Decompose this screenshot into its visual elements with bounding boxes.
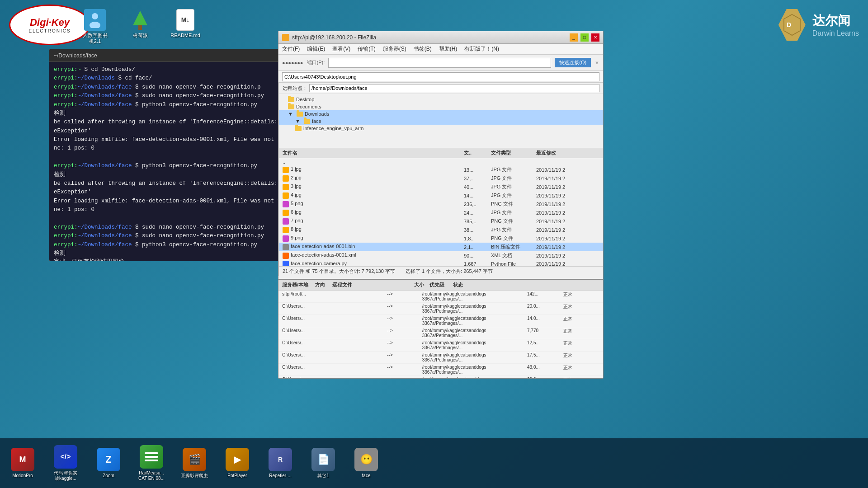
fz-menu-transfer[interactable]: 传输(T) <box>358 45 375 53</box>
fz-menu-view[interactable]: 查看(V) <box>332 45 350 53</box>
fz-quickconnect-button[interactable]: 快速连接(Q) <box>555 58 591 67</box>
fz-size-cam: 1,667 <box>464 261 491 266</box>
jpg-icon-4 <box>283 192 289 199</box>
fz-remote-panel: 远程站点： Desktop Documents ▼ Do <box>278 83 603 276</box>
fz-file-row-7[interactable]: 7.png 785,.. PNG 文件 2019/11/19 2 <box>279 217 603 225</box>
desktop-icon-tree[interactable]: 树莓派 <box>122 9 158 38</box>
fz-menu-help[interactable]: 帮助(H) <box>439 45 458 53</box>
desktop-icon-person[interactable]: 人数字图书机2.1 <box>77 9 113 44</box>
fz-type-bin: BIN 压缩文件 <box>491 244 536 250</box>
fz-tr-status-4: 正常 <box>563 340 599 350</box>
fz-menu-bookmarks[interactable]: 书签(B) <box>414 45 432 53</box>
taskbar-other[interactable]: 📄 其它1 <box>305 448 341 479</box>
fz-transfer-row-5[interactable]: C:\Users\... --> /root/tommy/kagglecatsa… <box>278 352 603 364</box>
fz-tr-size-3: 7,770 <box>527 328 563 338</box>
fz-tr-local-6: C:\Users\... <box>282 365 387 375</box>
fz-menu-file[interactable]: 文件(F) <box>282 45 300 53</box>
fz-menu-server[interactable]: 服务器(S) <box>383 45 406 53</box>
fz-type-cam: Python File <box>491 261 536 266</box>
fz-filename-cam: face-detection-camera.py <box>283 261 464 266</box>
face-expand-icon: ▼ <box>295 118 300 124</box>
fz-tr-dir-0: --> <box>387 291 422 301</box>
fz-tree-label-desktop: Desktop <box>296 97 314 102</box>
fz-maximize-button[interactable]: □ <box>580 33 589 42</box>
fz-minimize-button[interactable]: _ <box>570 33 578 42</box>
pot-symbol: ▶ <box>234 454 241 465</box>
fz-file-row-bin[interactable]: face-detection-adas-0001.bin 2,1.. BIN 压… <box>279 243 603 251</box>
fz-file-row-3[interactable]: 3.jpg 40,.. JPG 文件 2019/11/19 2 <box>279 183 603 191</box>
fz-transfer-header-label: 服务器/本地 方向 远程文件 大小 优先级 状态 <box>282 282 463 287</box>
taskbar-motionpro[interactable]: M MotionPro <box>5 448 41 479</box>
taskbar-motionpro-label: MotionPro <box>12 473 33 479</box>
fz-window-controls: _ □ ✕ <box>570 33 599 42</box>
fz-tree-inference[interactable]: inference_engine_vpu_arm <box>279 125 603 132</box>
taskbar-code[interactable]: </> 代码·帮你实战kaggle... <box>47 445 84 481</box>
taskbar-pot[interactable]: ▶ PotPlayer <box>219 448 255 479</box>
fz-date-4: 2019/11/19 2 <box>536 193 599 198</box>
fz-transfer-row-4[interactable]: C:\Users\... --> /root/tommy/kagglecatsa… <box>278 339 603 352</box>
fz-transfer-row-7[interactable]: C:\Users\... --> /root/tommy/kagglecatsa… <box>278 376 603 379</box>
fz-port-input[interactable] <box>328 58 551 68</box>
fz-titlebar: sftp://pi@192.168.200.20 - FileZilla _ □… <box>278 31 603 44</box>
fz-local-path-input[interactable] <box>282 72 599 81</box>
fz-transfer-row-1[interactable]: C:\Users\... --> /root/tommy/kagglecatsa… <box>278 303 603 315</box>
fz-transfer-row-0[interactable]: sftp://root/... --> /root/tommy/kaggleca… <box>278 291 603 303</box>
desktop-icon-readme[interactable]: M↓ README.md <box>167 9 203 38</box>
fz-file-row-parent[interactable]: .. <box>279 158 603 165</box>
darwin-sub: Darwin Learns <box>812 29 859 38</box>
fz-transfer-row-3[interactable]: C:\Users\... --> /root/tommy/kagglecatsa… <box>278 327 603 339</box>
fz-tr-local-1: C:\Users\... <box>282 304 387 314</box>
desktop-icon-label-readme: README.md <box>170 33 200 38</box>
fz-tree-desktop[interactable]: Desktop <box>279 96 603 103</box>
motionpro-symbol: M <box>19 455 26 465</box>
fz-tree-documents[interactable]: Documents <box>279 103 603 110</box>
fz-tr-local-0: sftp://root/... <box>282 291 387 301</box>
desktop-icons-top: 人数字图书机2.1 树莓派 M↓ README.md <box>77 9 203 44</box>
fz-tr-local-4: C:\Users\... <box>282 340 387 350</box>
fz-tree-label-inference: inference_engine_vpu_arm <box>303 126 363 131</box>
taskbar-movie[interactable]: 🎬 豆瓣影评爬虫 <box>176 448 212 479</box>
fz-size-bin: 2,1.. <box>464 244 491 250</box>
fz-date-bin: 2019/11/19 2 <box>536 244 599 250</box>
fz-tr-size-2: 14.0... <box>527 316 563 326</box>
taskbar-rail[interactable]: RailMeasu...CAT EN 08... <box>133 445 170 481</box>
fz-file-row-8[interactable]: 8.jpg 38,.. JPG 文件 2019/11/19 2 <box>279 225 603 234</box>
fz-tree-label-downloads: Downloads <box>305 111 329 117</box>
rep-symbol: R <box>278 456 283 463</box>
fz-tree-face[interactable]: ▼ face <box>279 117 603 125</box>
pot-icon: ▶ <box>226 448 249 471</box>
png-icon-5 <box>283 201 289 207</box>
fz-file-row-cam[interactable]: face-detection-camera.py 1,667 Python Fi… <box>279 260 603 266</box>
fz-filename-3: 3.jpg <box>283 183 464 190</box>
taskbar-face[interactable]: 😶 face <box>348 448 384 479</box>
fz-tree-downloads[interactable]: ▼ Downloads <box>279 110 603 117</box>
fz-file-row-2[interactable]: 2.jpg 37,.. JPG 文件 2019/11/19 2 <box>279 174 603 183</box>
taskbar-zoom[interactable]: Z Zoom <box>90 448 127 479</box>
fz-transfer-row-6[interactable]: C:\Users\... --> /root/tommy/kagglecatsa… <box>278 364 603 376</box>
other-icon: 📄 <box>311 448 335 471</box>
fz-file-row-4[interactable]: 4.jpg 14,.. JPG 文件 2019/11/19 2 <box>279 191 603 200</box>
fz-date-6: 2019/11/19 2 <box>536 210 599 216</box>
fz-dropdown-arrow[interactable]: ▼ <box>594 60 599 66</box>
fz-port-label: 端口(P): <box>307 59 325 66</box>
fz-size-1: 13,.. <box>464 167 491 173</box>
fz-type-2: JPG 文件 <box>491 175 536 182</box>
fz-file-row-1[interactable]: 1.jpg 13,.. JPG 文件 2019/11/19 2 <box>279 165 603 174</box>
png-icon-9 <box>283 235 289 242</box>
fz-file-row-5[interactable]: 5.png 236,.. PNG 文件 2019/11/19 2 <box>279 200 603 208</box>
fz-file-row-9[interactable]: 9.png 1,8.. PNG 文件 2019/11/19 2 <box>279 234 603 243</box>
fz-selected-status: 选择了 1 个文件，大小共: 265,447 字节 <box>406 268 493 274</box>
fz-title: sftp://pi@192.168.200.20 - FileZilla <box>282 34 376 41</box>
fz-tr-size-6: 43,0... <box>527 365 563 375</box>
fz-menu-update[interactable]: 有新版了！(N) <box>464 45 499 53</box>
fz-type-9: PNG 文件 <box>491 235 536 242</box>
fz-filename-9: 9.png <box>283 235 464 241</box>
taskbar-rep[interactable]: R Repetier-... <box>262 448 298 479</box>
fz-transfer-row-2[interactable]: C:\Users\... --> /root/tommy/kagglecatsa… <box>278 315 603 327</box>
fz-close-button[interactable]: ✕ <box>591 33 599 42</box>
documents-folder-icon <box>288 104 294 109</box>
fz-remote-path-input[interactable] <box>309 84 599 92</box>
fz-file-row-xml[interactable]: face-detection-adas-0001.xml 90,.. XML 文… <box>279 251 603 260</box>
fz-file-row-6[interactable]: 6.jpg 24,.. JPG 文件 2019/11/19 2 <box>279 208 603 217</box>
fz-menu-edit[interactable]: 编辑(E) <box>307 45 325 53</box>
